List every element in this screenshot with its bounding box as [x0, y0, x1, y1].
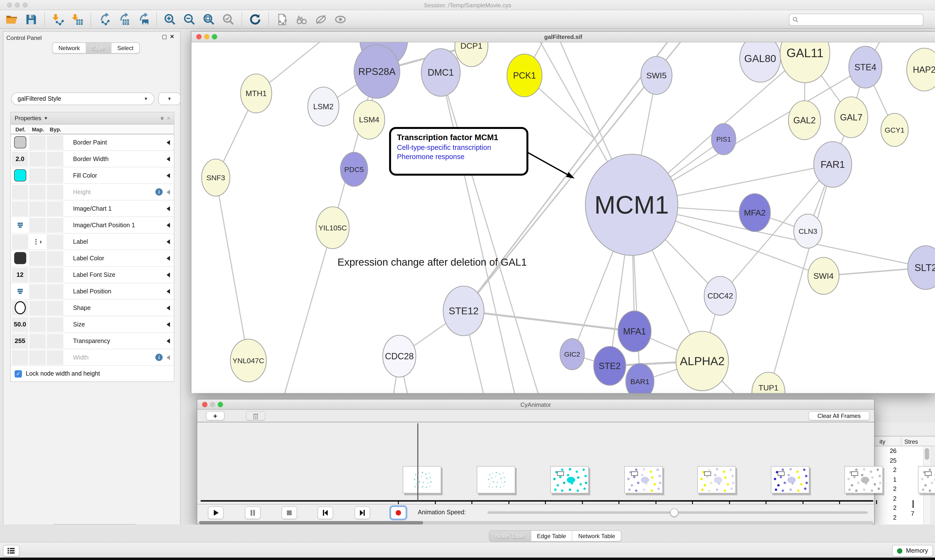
bypass-cell[interactable] — [47, 185, 63, 199]
tab-edge-table[interactable]: Edge Table — [531, 531, 572, 541]
float-panel-icon[interactable]: ▢ — [162, 34, 170, 39]
bypass-cell[interactable] — [47, 284, 63, 298]
default-value-cell[interactable] — [12, 168, 28, 183]
default-value-cell[interactable]: 255 — [12, 334, 28, 348]
default-value-cell[interactable] — [12, 201, 28, 216]
expand-row-icon[interactable] — [167, 206, 170, 211]
tab-network-table[interactable]: Network Table — [572, 531, 621, 541]
property-row[interactable]: 12Label Font Size — [11, 267, 174, 283]
bypass-cell[interactable] — [47, 350, 63, 365]
expand-row-icon[interactable] — [167, 189, 170, 194]
zoom-fit-icon[interactable] — [202, 12, 216, 26]
mapping-cell[interactable] — [29, 135, 46, 149]
mapping-cell[interactable] — [29, 201, 46, 216]
show-icon[interactable] — [333, 12, 347, 26]
expand-row-icon[interactable] — [167, 239, 170, 244]
mapping-cell[interactable] — [29, 317, 46, 332]
bypass-cell[interactable] — [47, 334, 63, 348]
zoom-out-icon[interactable] — [183, 12, 196, 26]
record-button[interactable] — [390, 506, 406, 519]
mapping-cell[interactable] — [29, 334, 46, 348]
property-row[interactable]: ⋮›Label — [11, 234, 174, 250]
close-panel-icon[interactable]: ✕ — [170, 34, 177, 39]
expand-row-icon[interactable] — [167, 173, 170, 178]
cyanimator-scrollbar[interactable] — [198, 521, 873, 525]
property-row[interactable]: 2.0Border Width — [11, 151, 174, 168]
table-col1-header[interactable]: ity — [879, 438, 885, 445]
timeline-axis[interactable] — [201, 500, 873, 502]
bypass-cell[interactable] — [47, 267, 63, 282]
memory-button[interactable]: Memory — [892, 545, 933, 557]
default-value-cell[interactable] — [12, 185, 28, 199]
property-row[interactable]: Fill Color — [11, 168, 174, 184]
slider-thumb[interactable] — [670, 508, 678, 517]
frame-thumbnail[interactable] — [771, 466, 809, 493]
network-edge[interactable] — [464, 311, 634, 331]
bypass-cell[interactable] — [47, 234, 63, 249]
expand-row-icon[interactable] — [167, 305, 170, 310]
default-value-cell[interactable] — [12, 234, 28, 249]
mapping-cell[interactable] — [29, 152, 46, 166]
expand-row-icon[interactable] — [167, 322, 170, 327]
mapping-cell[interactable] — [29, 350, 46, 365]
mapping-cell[interactable] — [29, 300, 46, 315]
annotation-box[interactable]: Transcription factor MCM1 Cell-type-spec… — [389, 127, 528, 175]
export-table-icon[interactable] — [117, 12, 131, 26]
add-frame-button[interactable]: + — [206, 411, 224, 420]
bypass-cell[interactable] — [47, 152, 63, 166]
default-value-cell[interactable] — [12, 135, 28, 149]
property-row[interactable]: Heighti — [11, 184, 174, 200]
default-value-cell[interactable] — [12, 251, 28, 265]
network-edge[interactable] — [216, 178, 248, 360]
style-selector[interactable]: galFiltered Style ▼ — [11, 92, 154, 105]
bypass-cell[interactable] — [47, 251, 63, 265]
zoom-selected-icon[interactable] — [222, 12, 235, 26]
style-options-button[interactable]: ▼ — [158, 92, 181, 105]
default-value-cell[interactable] — [12, 218, 28, 232]
expand-row-icon[interactable] — [167, 157, 170, 161]
expand-row-icon[interactable] — [167, 140, 170, 145]
property-row[interactable]: Label Position — [11, 283, 174, 300]
bypass-cell[interactable] — [47, 317, 63, 332]
clipboard-icon[interactable] — [275, 12, 289, 26]
mapping-cell[interactable] — [29, 251, 46, 265]
table-col2-header[interactable]: Stres — [904, 438, 918, 445]
search-field[interactable] — [789, 14, 923, 26]
info-icon[interactable]: i — [155, 188, 163, 195]
open-folder-icon[interactable] — [5, 12, 19, 26]
collapse-all-icon[interactable]: » — [165, 117, 172, 120]
bypass-cell[interactable] — [47, 168, 63, 183]
tab-select[interactable]: Select — [111, 43, 139, 53]
default-value-cell[interactable] — [12, 284, 28, 298]
skip-start-button[interactable] — [318, 506, 333, 519]
clear-all-frames-button[interactable]: Clear All Frames — [808, 411, 870, 420]
lock-checkbox[interactable]: ✓ — [15, 370, 22, 377]
frame-thumbnail[interactable] — [918, 466, 935, 493]
network-edge[interactable] — [441, 72, 532, 393]
tab-network[interactable]: Network — [52, 43, 86, 53]
properties-header[interactable]: Properties ▼ » » — [11, 112, 174, 125]
search-network-icon[interactable] — [295, 12, 308, 26]
property-row[interactable]: Label Color — [11, 250, 174, 267]
frame-thumbnail[interactable] — [624, 466, 663, 493]
property-row[interactable]: 50.0Size — [11, 316, 174, 333]
delete-frame-button[interactable] — [246, 411, 265, 420]
property-row[interactable]: 255Transparency — [11, 333, 174, 349]
mapping-cell[interactable] — [29, 267, 46, 282]
import-table-icon[interactable] — [71, 12, 84, 26]
default-value-cell[interactable]: 50.0 — [12, 317, 28, 332]
tab-node-table[interactable]: Node Table — [489, 531, 531, 541]
frame-thumbnail[interactable] — [477, 466, 515, 493]
frame-thumbnail[interactable] — [844, 466, 883, 493]
property-row[interactable]: Image/Chart Position 1 — [11, 217, 174, 234]
network-canvas[interactable]: DCP1RPS28ADMC1PCK1SWI5GAL80GAL11STE4HAP2… — [191, 42, 935, 393]
save-icon[interactable] — [24, 12, 38, 26]
mapping-cell[interactable] — [29, 284, 46, 298]
network-edge[interactable] — [441, 72, 562, 393]
expand-row-icon[interactable] — [167, 355, 170, 360]
expand-row-icon[interactable] — [167, 223, 170, 228]
cyanimator-titlebar[interactable]: CyAnimator — [197, 400, 874, 410]
mapping-cell[interactable]: ⋮› — [29, 234, 46, 249]
frame-thumbnail[interactable] — [403, 466, 441, 493]
property-row[interactable]: Image/Chart 1 — [11, 200, 174, 217]
